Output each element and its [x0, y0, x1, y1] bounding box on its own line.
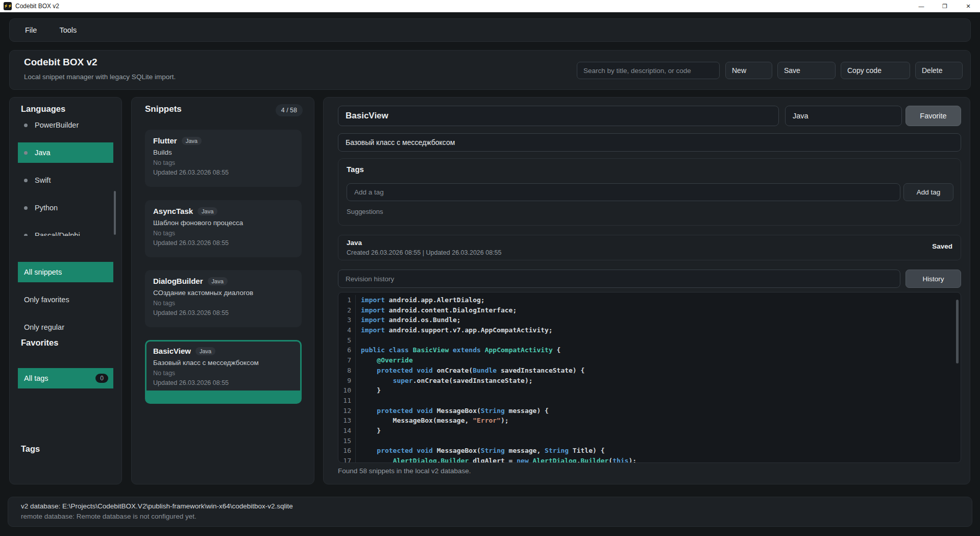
editor-panel: Java Favorite Tags Add tag Suggestions J… [323, 97, 970, 484]
code-text [356, 436, 361, 446]
snippets-heading: Snippets [145, 104, 182, 114]
line-number: 4 [338, 325, 356, 335]
code-line: 6public class BasicView extends AppCompa… [338, 345, 961, 355]
code-text: import android.app.AlertDialog; [356, 295, 485, 305]
snippet-updated-label: Updated 26.03.2026 08:55 [153, 239, 293, 247]
menu-bar: FileTools [9, 18, 971, 42]
app-title: Codebit BOX v2 [24, 57, 97, 68]
snippet-description: СОздание кастомных диалогов [153, 289, 293, 297]
snippet-meta-card: Java Created 26.03.2026 08:55 | Updated … [338, 235, 961, 260]
snippets-count-badge: 4 / 58 [276, 104, 303, 116]
code-editor[interactable]: 1import android.app.AlertDialog;2import … [338, 292, 961, 463]
sidebar-item-pascal-delphi[interactable]: Pascal/Delphi [18, 225, 113, 236]
new-button[interactable]: New [725, 62, 772, 79]
code-line: 17 AlertDialog.Builder dlgAlert = new Al… [338, 456, 961, 463]
code-text: } [356, 426, 381, 436]
save-button[interactable]: Save [777, 62, 836, 79]
snippet-card-title-row: BasicViewJava [153, 347, 293, 355]
line-number: 5 [338, 335, 356, 346]
languages-heading: Languages [21, 104, 65, 114]
tags-section-heading: Tags [347, 165, 364, 174]
snippet-card-dialogbuilder[interactable]: DialogBuilderJavaСОздание кастомных диал… [145, 270, 302, 327]
line-number: 16 [338, 446, 356, 456]
code-text: AlertDialog.Builder dlgAlert = new Alert… [356, 456, 636, 463]
tags-heading: Tags [21, 444, 40, 454]
snippet-updated-label: Updated 26.03.2026 08:55 [153, 169, 293, 176]
close-icon[interactable]: ✕ [957, 0, 980, 12]
code-line: 1import android.app.AlertDialog; [338, 295, 961, 305]
snippet-description: Базовый класс с месседжбоксом [153, 359, 293, 367]
snippet-card-asynctask[interactable]: AsyncTaskJavaШаблон фонового процессаNo … [145, 200, 302, 257]
code-line: 10 } [338, 385, 961, 396]
code-text: import android.support.v7.app.AppCompatA… [356, 325, 553, 335]
save-status-badge: Saved [932, 242, 952, 250]
add-tag-button[interactable]: Add tag [903, 183, 953, 201]
copy-code-button[interactable]: Copy code [841, 62, 910, 79]
sidebar-item-only-regular[interactable]: Only regular [18, 317, 113, 337]
sidebar-item-all-tags[interactable]: All tags0 [18, 368, 113, 388]
sidebar-item-all-snippets[interactable]: All snippets [18, 262, 113, 282]
code-line: 2import android.content.DialogInterface; [338, 305, 961, 315]
revision-history-input[interactable] [338, 270, 900, 288]
add-tag-input[interactable] [347, 183, 900, 201]
languages-scrollbar[interactable] [114, 191, 116, 235]
sidebar-item-java[interactable]: Java [18, 142, 113, 163]
code-text: @Override [356, 355, 413, 366]
snippet-card-title-row: AsyncTaskJava [153, 207, 293, 215]
menu-item-tools[interactable]: Tools [55, 24, 81, 36]
maximize-icon[interactable]: ❐ [933, 0, 957, 12]
snippet-card-title-row: DialogBuilderJava [153, 277, 293, 285]
line-number: 9 [338, 376, 356, 386]
tags-section: Tags Add tag Suggestions [338, 158, 961, 226]
code-scrollbar[interactable] [956, 300, 959, 363]
bullet-icon [24, 234, 28, 236]
history-button[interactable]: History [905, 270, 961, 288]
sidebar-item-label: Only regular [24, 323, 64, 331]
snippet-updated-label: Updated 26.03.2026 08:55 [153, 309, 293, 316]
snippet-card-basicview[interactable]: BasicViewJavaБазовый класс с месседжбокс… [145, 340, 302, 404]
code-text: protected void MessageBox(String message… [356, 446, 605, 456]
snippet-tags-label: No tags [153, 300, 293, 307]
snippets-found-status: Found 58 snippets in the local v2 databa… [338, 467, 471, 475]
snippet-language-badge: Java [195, 347, 215, 355]
snippet-title: AsyncTask [153, 207, 193, 215]
code-line: 11 [338, 396, 961, 406]
snippet-title: Flutter [153, 136, 177, 145]
sidebar-item-only-favorites[interactable]: Only favorites [18, 289, 113, 310]
snippet-tags-label: No tags [153, 230, 293, 237]
snippet-language-badge: Java [198, 207, 217, 215]
sidebar-item-powerbuilder[interactable]: PowerBuilder [18, 115, 113, 135]
tag-suggestions-label: Suggestions [347, 208, 383, 215]
status-bar: v2 database: E:\Projects\CodebitBOX.V2\p… [8, 497, 972, 527]
minimize-icon[interactable]: — [910, 0, 933, 12]
sidebar-item-label: All snippets [24, 268, 62, 276]
delete-button[interactable]: Delete [915, 62, 963, 79]
snippet-tags-label: No tags [153, 370, 293, 377]
code-text: } [356, 385, 381, 396]
language-select[interactable]: Java [785, 106, 902, 126]
code-text: protected void MessageBox(String message… [356, 406, 549, 416]
snippet-title-input[interactable] [338, 106, 779, 126]
code-line: 9 super.onCreate(savedInstanceState); [338, 376, 961, 386]
sidebar-item-label: PowerBuilder [35, 121, 79, 129]
line-number: 12 [338, 406, 356, 416]
code-text: import android.os.Bundle; [356, 315, 461, 325]
snippet-updated-label: Updated 26.03.2026 08:55 [153, 379, 293, 386]
snippet-language-badge: Java [182, 137, 202, 145]
remote-database-status: remote database: Remote database is not … [21, 513, 972, 520]
code-line: 4import android.support.v7.app.AppCompat… [338, 325, 961, 335]
snippet-card-flutter[interactable]: FlutterJavaBuildsNo tagsUpdated 26.03.20… [145, 130, 302, 187]
code-text: import android.content.DialogInterface; [356, 305, 517, 315]
code-line: 16 protected void MessageBox(String mess… [338, 446, 961, 456]
sidebar-item-python[interactable]: Python [18, 198, 113, 218]
sidebar-item-swift[interactable]: Swift [18, 170, 113, 190]
line-number: 6 [338, 345, 356, 355]
search-input[interactable] [577, 62, 720, 79]
favorite-button[interactable]: Favorite [905, 106, 961, 126]
snippet-description-input[interactable] [338, 133, 961, 152]
menu-item-file[interactable]: File [21, 24, 41, 36]
bullet-icon [24, 124, 28, 127]
meta-dates: Created 26.03.2026 08:55 | Updated 26.03… [347, 249, 502, 256]
line-number: 11 [338, 396, 356, 406]
bullet-icon [24, 206, 28, 210]
